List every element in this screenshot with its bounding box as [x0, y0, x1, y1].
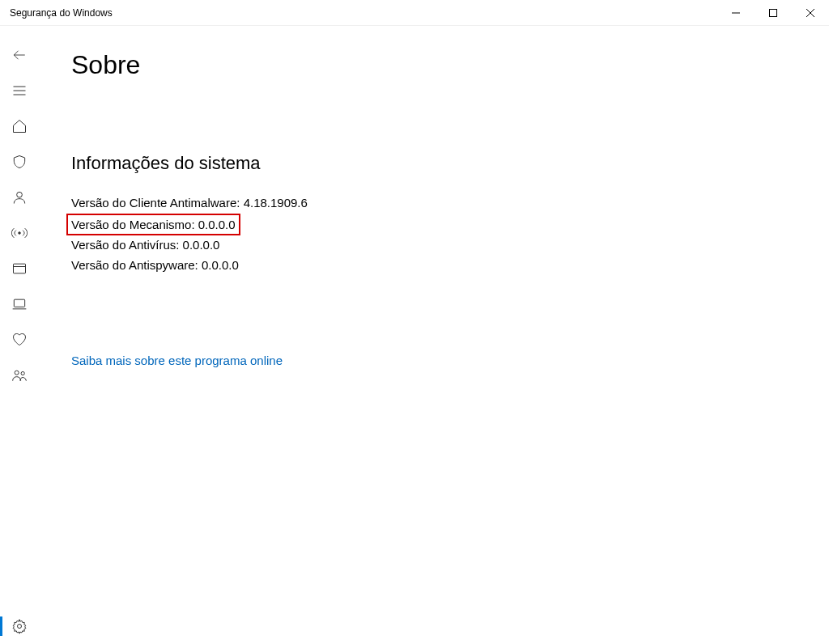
- home-icon: [11, 118, 28, 134]
- maximize-button[interactable]: [755, 0, 792, 26]
- hamburger-icon: [11, 83, 28, 99]
- antimalware-label: Versão do Cliente Antimalware:: [71, 196, 240, 210]
- page-title: Sobre: [71, 50, 797, 80]
- minimize-icon: [732, 9, 740, 17]
- minimize-button[interactable]: [717, 0, 755, 26]
- section-title: Informações do sistema: [71, 153, 797, 174]
- back-button[interactable]: [0, 37, 39, 73]
- antivirus-label: Versão do Antivírus:: [71, 238, 179, 252]
- shield-icon: [11, 154, 28, 170]
- sidebar-item-home[interactable]: [0, 108, 39, 144]
- info-text-highlighted: Versão do Mecanismo: 0.0.0.0: [66, 214, 240, 235]
- sidebar-item-protection[interactable]: [0, 144, 39, 180]
- heart-icon: [11, 332, 28, 348]
- gear-icon: [11, 618, 28, 634]
- info-text: Versão do Antivírus: 0.0.0.0: [71, 235, 219, 254]
- info-row-engine: Versão do Mecanismo: 0.0.0.0: [71, 214, 797, 235]
- sidebar-item-family[interactable]: [0, 358, 39, 393]
- laptop-icon: [11, 296, 28, 312]
- back-arrow-icon: [12, 48, 27, 62]
- user-icon: [11, 189, 28, 205]
- maximize-icon: [769, 9, 777, 17]
- sidebar-item-app-browser[interactable]: [0, 251, 39, 286]
- content-area: Sobre Informações do sistema Versão do C…: [39, 26, 829, 644]
- broadcast-icon: [11, 225, 28, 241]
- close-button[interactable]: [792, 0, 829, 26]
- system-info-block: Versão do Cliente Antimalware: 4.18.1909…: [71, 193, 797, 276]
- app-body: Sobre Informações do sistema Versão do C…: [0, 26, 829, 644]
- antimalware-value: 4.18.1909.6: [244, 196, 308, 210]
- svg-rect-10: [14, 264, 26, 273]
- svg-rect-12: [14, 299, 24, 307]
- window-title: Segurança do Windows: [10, 7, 113, 19]
- sidebar-item-health[interactable]: [0, 322, 39, 358]
- antispyware-label: Versão do Antispyware:: [71, 258, 198, 272]
- family-icon: [11, 367, 28, 383]
- antispyware-value: 0.0.0.0: [202, 258, 239, 272]
- titlebar-controls: [717, 0, 829, 25]
- svg-point-8: [17, 192, 23, 197]
- svg-point-14: [15, 371, 19, 375]
- engine-value: 0.0.0.0: [198, 218, 236, 231]
- sidebar: [0, 26, 39, 644]
- close-icon: [806, 9, 814, 17]
- antivirus-value: 0.0.0.0: [183, 238, 220, 252]
- info-row-antispyware: Versão do Antispyware: 0.0.0.0: [71, 256, 797, 276]
- sidebar-item-settings[interactable]: [0, 608, 39, 644]
- svg-point-16: [18, 625, 22, 629]
- browser-icon: [11, 261, 28, 277]
- info-row-antimalware: Versão do Cliente Antimalware: 4.18.1909…: [71, 193, 797, 214]
- info-text: Versão do Antispyware: 0.0.0.0: [71, 256, 239, 274]
- info-row-antivirus: Versão do Antivírus: 0.0.0.0: [71, 235, 797, 256]
- menu-button[interactable]: [0, 73, 39, 108]
- titlebar: Segurança do Windows: [0, 0, 829, 26]
- sidebar-item-account[interactable]: [0, 180, 39, 215]
- sidebar-item-firewall[interactable]: [0, 215, 39, 251]
- svg-point-9: [19, 232, 21, 235]
- sidebar-item-device-security[interactable]: [0, 286, 39, 322]
- svg-rect-1: [770, 10, 777, 17]
- svg-point-15: [21, 371, 24, 375]
- info-text: Versão do Cliente Antimalware: 4.18.1909…: [71, 193, 308, 212]
- learn-more-link[interactable]: Saiba mais sobre este programa online: [71, 354, 283, 367]
- engine-label: Versão do Mecanismo:: [71, 218, 195, 231]
